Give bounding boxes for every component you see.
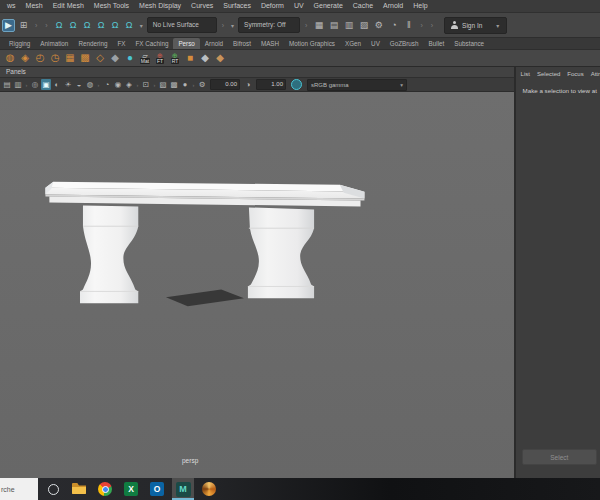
ae-menu-item[interactable]: Attr xyxy=(591,69,600,79)
shelf-tab[interactable]: Motion Graphics xyxy=(284,38,340,49)
menu-item[interactable]: Mesh Tools xyxy=(89,0,134,12)
shelf-tab[interactable]: FX Caching xyxy=(130,38,173,49)
menu-item[interactable]: Deform xyxy=(256,0,289,12)
exposure-field[interactable]: 0.00 xyxy=(210,79,240,90)
smooth-mesh-icon[interactable]: ◴ xyxy=(33,51,47,65)
bookmarks-icon[interactable]: ▥ xyxy=(13,79,23,90)
symmetry-caret-icon[interactable]: ▾ xyxy=(229,22,236,29)
multisampling-icon[interactable]: ◉ xyxy=(113,79,123,90)
render-settings-icon[interactable]: ▨ xyxy=(357,19,370,32)
menu-item[interactable]: Help xyxy=(408,0,432,12)
shelf-tab[interactable]: Arnold xyxy=(200,38,228,49)
pause-viewport-icon[interactable]: ‖ xyxy=(402,19,415,32)
sculpt-sphere-icon[interactable]: ● xyxy=(123,51,137,65)
view-transform-dropdown[interactable]: sRGB gamma ▾ xyxy=(307,79,407,91)
taskbar-search-input[interactable]: rche xyxy=(0,478,38,500)
freeze-transform-icon[interactable]: ⊕ FT xyxy=(153,51,167,65)
menu-item[interactable]: Cache xyxy=(348,0,378,12)
snap-to-point-icon[interactable]: Ω xyxy=(81,19,94,32)
xray-icon[interactable]: ▧ xyxy=(158,79,168,90)
menu-item[interactable]: Mesh Display xyxy=(134,0,186,12)
menu-item[interactable]: Generate xyxy=(309,0,348,12)
shadows-icon[interactable]: ◒ xyxy=(74,79,84,90)
cortana-icon[interactable] xyxy=(42,478,64,500)
isolate-select-icon[interactable]: ⊡ xyxy=(141,79,151,90)
sketchbook-icon[interactable] xyxy=(198,478,220,500)
subdiv-toggle-icon[interactable]: ◷ xyxy=(48,51,62,65)
camera-attrs-icon[interactable]: ▤ xyxy=(2,79,12,90)
gamma-icon[interactable]: ◑ xyxy=(243,79,253,90)
shelf-tab[interactable]: Rigging xyxy=(4,38,35,49)
maya-icon[interactable]: M xyxy=(172,478,194,500)
sign-in-dropdown[interactable]: Sign In ▾ xyxy=(444,17,507,34)
reset-transform-icon[interactable]: ⊕ RT xyxy=(168,51,182,65)
select-tool-icon[interactable]: ▶ xyxy=(2,19,15,32)
hypershade-icon[interactable]: ⚙ xyxy=(372,19,385,32)
menu-item[interactable]: Curves xyxy=(186,0,218,12)
snap-to-grid-icon[interactable]: Ω xyxy=(53,19,66,32)
live-surface-field[interactable]: No Live Surface xyxy=(147,17,217,33)
ae-menu-item[interactable]: Focus xyxy=(567,69,583,79)
poly-cube-icon[interactable]: ■ xyxy=(183,51,197,65)
shelf-tab[interactable]: GoZBrush xyxy=(385,38,424,49)
shelf-tab[interactable]: FX xyxy=(112,38,130,49)
shelf-tab[interactable]: Bifrost xyxy=(228,38,256,49)
image-plane-icon[interactable]: ◎ xyxy=(30,79,40,90)
color-management-icon[interactable] xyxy=(291,79,302,90)
menu-item[interactable]: Arnold xyxy=(378,0,408,12)
shelf-tab[interactable]: MASH xyxy=(256,38,284,49)
shelf-tab[interactable]: Substance xyxy=(449,38,489,49)
excel-icon[interactable]: X xyxy=(120,478,142,500)
wireframe-on-shaded-icon[interactable]: ▩ xyxy=(169,79,179,90)
ground-plane-icon[interactable]: ◆ xyxy=(198,51,212,65)
ramp-plane-icon[interactable]: ◆ xyxy=(213,51,227,65)
file-explorer-icon[interactable] xyxy=(68,478,90,500)
quad-draw-icon[interactable]: ◇ xyxy=(93,51,107,65)
snap-to-projected-center-icon[interactable]: Ω xyxy=(95,19,108,32)
gamma-field[interactable]: 1.00 xyxy=(256,79,286,90)
grid-quads-icon[interactable]: ▦ xyxy=(63,51,77,65)
textured-mode-icon[interactable]: ◐ xyxy=(52,79,62,90)
snap-options-caret-icon[interactable]: ▾ xyxy=(138,22,145,29)
outlook-icon[interactable]: O xyxy=(146,478,168,500)
menu-item[interactable]: UV xyxy=(289,0,309,12)
select-button[interactable]: Select xyxy=(522,449,597,465)
poly-stack-icon[interactable]: ◈ xyxy=(18,51,32,65)
shaded-mode-icon[interactable]: ▣ xyxy=(41,79,51,90)
flat-plane-icon[interactable]: ◆ xyxy=(108,51,122,65)
default-material-icon[interactable]: ● xyxy=(180,79,190,90)
ambient-occlusion-icon[interactable]: ◍ xyxy=(85,79,95,90)
motion-blur-icon[interactable]: ◔ xyxy=(102,79,112,90)
ae-menu-item[interactable]: Selected xyxy=(537,69,560,79)
material-editor-icon[interactable]: ▱ Mat xyxy=(138,51,152,65)
shelf-tab[interactable]: UV xyxy=(366,38,385,49)
shelf-tab[interactable]: Animation xyxy=(35,38,73,49)
shelf-tab-bar: RiggingAnimationRenderingFXFX CachingPer… xyxy=(0,38,600,50)
ipr-render-icon[interactable]: ▥ xyxy=(342,19,355,32)
quick-render-icon[interactable]: ▤ xyxy=(327,19,340,32)
render-view-icon[interactable]: ▦ xyxy=(312,19,325,32)
arnold-renderview-icon[interactable]: ◔ xyxy=(387,19,400,32)
menu-item[interactable]: ws xyxy=(2,0,21,12)
ae-menu-item[interactable]: List xyxy=(521,69,530,79)
grid-cube-icon[interactable]: ▩ xyxy=(78,51,92,65)
chrome-icon[interactable] xyxy=(94,478,116,500)
exposure-icon[interactable]: ⚙ xyxy=(197,79,207,90)
make-live-icon[interactable]: Ω xyxy=(123,19,136,32)
shelf-tab[interactable]: Perso xyxy=(173,38,199,49)
menu-item[interactable]: Surfaces xyxy=(218,0,256,12)
viewport-3d-view[interactable]: persp xyxy=(0,92,514,478)
menu-item[interactable]: Edit Mesh xyxy=(48,0,89,12)
snap-to-curve-icon[interactable]: Ω xyxy=(67,19,80,32)
shelf-tab[interactable]: Rendering xyxy=(73,38,112,49)
shelf-tab[interactable]: XGen xyxy=(340,38,366,49)
shelf-tab[interactable]: Bullet xyxy=(424,38,450,49)
depth-of-field-icon[interactable]: ◈ xyxy=(124,79,134,90)
panels-menu[interactable]: Panels xyxy=(6,67,26,77)
lighting-icon[interactable]: ☀ xyxy=(63,79,73,90)
component-mode-icon[interactable]: ⊞ xyxy=(17,19,30,32)
symmetry-field[interactable]: Symmetry: Off xyxy=(238,17,300,33)
snap-to-view-plane-icon[interactable]: Ω xyxy=(109,19,122,32)
poly-sphere-icon[interactable]: ◍ xyxy=(3,51,17,65)
menu-item[interactable]: Mesh xyxy=(21,0,48,12)
